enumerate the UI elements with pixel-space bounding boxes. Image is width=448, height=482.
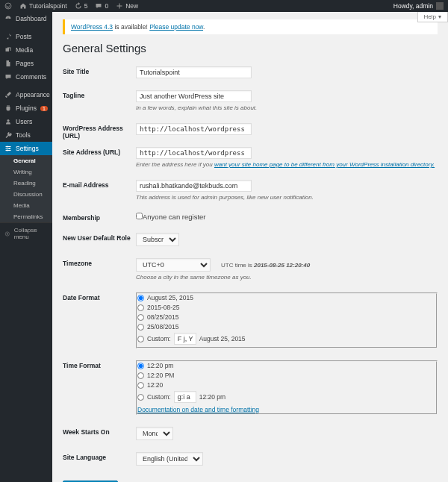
settings-form: Site Title Tagline In a few words, expla…: [63, 63, 438, 475]
plus-icon: [116, 2, 123, 10]
content-wrap: Help▾ WordPress 4.3 is available! Please…: [52, 0, 448, 482]
time-radio-custom[interactable]: [137, 394, 144, 401]
menu-comments[interactable]: Comments: [0, 70, 52, 84]
time-radio-1[interactable]: [137, 372, 144, 379]
label-tagline: Tagline: [63, 87, 136, 120]
update-notice: WordPress 4.3 is available! Please updat…: [63, 19, 438, 34]
plugin-icon: [4, 104, 12, 112]
svg-point-7: [7, 150, 8, 151]
howdy-text: Howdy, admin: [393, 2, 433, 10]
menu-posts[interactable]: Posts: [0, 30, 52, 43]
label-language: Site Language: [63, 449, 136, 475]
comment-icon: [95, 2, 102, 10]
membership-checkbox[interactable]: [136, 213, 143, 219]
settings-icon: [4, 145, 12, 152]
timezone-select[interactable]: UTC+0: [136, 258, 211, 272]
label-week-starts: Week Starts On: [63, 424, 136, 449]
time-opt-custom[interactable]: Custom:12:20 pm: [137, 391, 436, 403]
collapse-menu[interactable]: Collapse menu: [0, 222, 52, 244]
label-timezone: Timezone: [63, 255, 136, 289]
time-opt-1[interactable]: 12:20 PM: [137, 372, 436, 379]
updates-link[interactable]: 5: [75, 2, 88, 10]
datetime-doc-link[interactable]: Documentation on date and time formattin…: [137, 406, 259, 413]
menu-appearance[interactable]: Appearance: [0, 88, 52, 101]
sub-reading[interactable]: Reading: [0, 178, 52, 189]
date-opt-1[interactable]: 2015-08-25: [137, 304, 436, 311]
tools-icon: [4, 131, 12, 139]
brush-icon: [4, 91, 12, 98]
chevron-down-icon: ▾: [438, 13, 441, 20]
sub-discussion[interactable]: Discussion: [0, 189, 52, 200]
admin-sidebar: Dashboard Posts Media Pages Comments App…: [0, 12, 52, 482]
language-select[interactable]: English (United States): [136, 452, 203, 466]
time-radio-2[interactable]: [137, 382, 144, 389]
label-default-role: New User Default Role: [63, 230, 136, 255]
new-link[interactable]: New: [116, 2, 138, 10]
date-radio-3[interactable]: [137, 324, 144, 331]
collapse-icon: [4, 231, 10, 237]
site-name-link[interactable]: Tutorialspoint: [19, 2, 67, 10]
date-opt-2[interactable]: 08/25/2015: [137, 313, 436, 321]
date-custom-input[interactable]: [174, 333, 196, 345]
menu-tools[interactable]: Tools: [0, 128, 52, 142]
help-tab[interactable]: Help▾: [417, 12, 448, 22]
page-icon: [4, 60, 12, 67]
tagline-desc: In a few words, explain what this site i…: [136, 104, 438, 111]
comments-icon: [4, 73, 12, 81]
date-opt-3[interactable]: 25/08/2015: [137, 323, 436, 331]
date-opt-0[interactable]: August 25, 2015: [137, 294, 436, 301]
tagline-input[interactable]: [136, 90, 252, 102]
membership-label[interactable]: Anyone can register: [136, 213, 206, 221]
label-site-url: Site Address (URL): [63, 144, 136, 177]
menu-users[interactable]: Users: [0, 115, 52, 128]
time-opt-2[interactable]: 12:20: [137, 381, 436, 389]
menu-dashboard[interactable]: Dashboard: [0, 12, 52, 25]
sub-writing[interactable]: Writing: [0, 166, 52, 178]
sub-media[interactable]: Media: [0, 200, 52, 211]
menu-plugins[interactable]: Plugins1: [0, 101, 52, 115]
wp-url-input[interactable]: [136, 123, 252, 135]
default-role-select[interactable]: Subscriber: [136, 233, 179, 246]
week-starts-select[interactable]: Monday: [136, 427, 173, 440]
date-radio-0[interactable]: [137, 295, 144, 301]
home-icon: [19, 2, 27, 10]
utc-note: UTC time is 2015-08-25 12:20:40: [221, 262, 310, 269]
update-icon: [75, 2, 82, 10]
menu-settings[interactable]: Settings: [0, 142, 52, 155]
sub-general[interactable]: General: [0, 155, 52, 166]
notice-wp-link[interactable]: WordPress 4.3: [71, 23, 113, 31]
users-icon: [4, 118, 12, 125]
time-radio-0[interactable]: [137, 363, 144, 369]
site-url-input[interactable]: [136, 147, 252, 159]
pin-icon: [4, 33, 12, 40]
time-format-fieldset: 12:20 pm 12:20 PM 12:20 Custom:12:20 pm …: [136, 360, 438, 415]
timezone-desc: Choose a city in the same timezone as yo…: [136, 274, 438, 281]
my-account[interactable]: Howdy, admin: [393, 2, 444, 10]
date-radio-custom[interactable]: [137, 336, 144, 342]
date-opt-custom[interactable]: Custom:August 25, 2015: [137, 333, 436, 345]
sub-permalinks[interactable]: Permalinks: [0, 211, 52, 222]
time-opt-0[interactable]: 12:20 pm: [137, 362, 436, 369]
label-wp-url: WordPress Address (URL): [63, 120, 136, 144]
svg-point-1: [7, 119, 10, 122]
label-time-format: Time Format: [63, 357, 136, 424]
label-membership: Membership: [63, 210, 136, 230]
site-title-input[interactable]: [136, 66, 252, 78]
label-email: E-mail Address: [63, 177, 136, 210]
site-url-help-link[interactable]: want your site home page to be different…: [214, 161, 435, 168]
email-input[interactable]: [136, 180, 252, 192]
admin-bar: Tutorialspoint 5 0 New Howdy, admin: [0, 0, 448, 12]
time-custom-input[interactable]: [174, 391, 196, 403]
date-radio-2[interactable]: [137, 314, 144, 321]
email-desc: This address is used for admin purposes,…: [136, 194, 438, 201]
wp-logo[interactable]: [4, 2, 12, 10]
page-title: General Settings: [63, 42, 438, 54]
comments-link[interactable]: 0: [95, 2, 108, 10]
notice-update-link[interactable]: Please update now: [149, 23, 203, 31]
svg-point-5: [7, 146, 8, 148]
menu-pages[interactable]: Pages: [0, 57, 52, 70]
label-site-title: Site Title: [63, 63, 136, 87]
media-icon: [4, 46, 12, 54]
menu-media[interactable]: Media: [0, 43, 52, 57]
date-radio-1[interactable]: [137, 304, 144, 311]
